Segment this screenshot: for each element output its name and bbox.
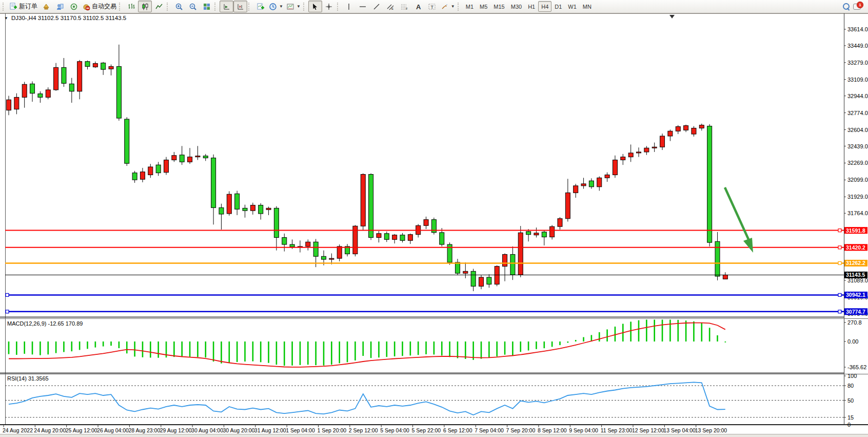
hline-handle[interactable] [838,293,841,296]
timeframe-group: M1M5M15M30H1H4D1W1MN [457,0,595,13]
auto-trading-button[interactable]: 自动交易 [81,1,118,12]
shapes-button[interactable]: ▼ [439,1,457,12]
candle [85,62,90,67]
vertical-line-button[interactable] [342,1,356,12]
trendline-button[interactable] [370,1,384,12]
svg-text:31764.0: 31764.0 [847,210,868,216]
timeframe-m30-button[interactable]: M30 [508,1,525,12]
text-button[interactable]: A [411,1,425,12]
svg-text:32269.0: 32269.0 [847,160,868,166]
hline-handle[interactable] [838,229,841,232]
hline-handle[interactable] [838,261,841,264]
line-chart-button[interactable] [152,1,166,12]
candle [660,136,665,147]
candle [542,232,546,237]
svg-text:32604.0: 32604.0 [847,127,868,133]
chart-window: 33614.033449.033279.033109.032944.032774… [0,13,868,434]
candle [699,125,704,128]
text-label-icon: T [428,3,436,11]
hline-handle[interactable] [838,246,841,249]
timeframe-h4-button[interactable]: H4 [538,1,551,12]
notification-badge: 1 [857,2,863,8]
timeframe-h1-button[interactable]: H1 [525,1,538,12]
layouts-button[interactable] [39,1,53,12]
candle [715,241,720,276]
indicators-button[interactable] [253,1,267,12]
new-order-button[interactable]: 新订单 [8,1,39,12]
candle [188,157,192,162]
candle [274,208,279,237]
profile-button[interactable] [53,1,67,12]
timeframe-mn-button[interactable]: MN [580,1,595,12]
timeframe-d1-button[interactable]: D1 [551,1,565,12]
crosshair-button[interactable] [322,1,336,12]
candle [479,277,484,286]
candlestick-chart-button[interactable] [138,1,152,12]
candle [243,208,247,211]
toolbar-group: EFAT▼ [336,0,457,13]
chart-menu-icon[interactable]: ▼ [4,16,8,21]
equidistant-channel-button[interactable]: E [384,1,398,12]
candle [172,156,176,160]
chart-shift-button[interactable] [233,1,247,12]
search-icon[interactable] [843,3,850,10]
hline-handle[interactable] [838,310,841,313]
toolbar-grip [3,3,6,11]
news-signal-icon [70,3,78,11]
cursor-button[interactable] [308,1,322,12]
zoom-in-button[interactable] [172,1,186,12]
shapes-icon [441,3,449,11]
svg-text:33109.0: 33109.0 [847,77,868,83]
dropdown-caret-icon[interactable]: ▼ [297,4,301,9]
zoom-in-icon [175,3,183,11]
crosshair-icon [325,3,333,11]
candle [7,100,11,110]
templates-button[interactable]: ▼ [285,1,302,12]
periods-button[interactable]: ▼ [267,1,285,12]
candle [203,156,208,158]
hline-handle[interactable] [6,310,9,313]
svg-text:1 Sep 04:00: 1 Sep 04:00 [286,427,315,433]
tile-windows-button[interactable] [200,1,213,12]
svg-text:30 Aug 04:00: 30 Aug 04:00 [191,427,223,433]
timeframe-w1-button[interactable]: W1 [565,1,580,12]
vertical-line-icon [345,3,353,11]
candle [227,194,231,214]
candle [565,193,570,218]
candle [534,233,539,235]
bar-chart-button[interactable] [124,1,138,12]
chart-canvas[interactable]: 33614.033449.033279.033109.032944.032774… [0,13,868,434]
auto-scroll-icon [223,3,231,11]
svg-text:30 Aug 20:00: 30 Aug 20:00 [223,427,254,433]
timeframe-m1-button[interactable]: M1 [463,1,477,12]
notifications-icon[interactable]: 1 [853,3,862,10]
candle [644,148,649,152]
svg-text:31929.0: 31929.0 [847,194,868,200]
dropdown-caret-icon[interactable]: ▼ [279,4,283,9]
candle [510,254,515,275]
svg-text:26 Aug 04:00: 26 Aug 04:00 [97,427,129,433]
candle [156,165,161,173]
horizontal-line-button[interactable] [356,1,370,12]
hline-handle[interactable] [6,293,9,296]
fibonacci-button[interactable]: F [398,1,411,12]
candle [723,275,727,279]
main-toolbar: 新订单自动交易▼▼EFAT▼M1M5M15M30H1H4D1W1MN1 [0,0,868,13]
toolbar-group [166,0,213,13]
svg-text:50: 50 [847,397,854,404]
candle [526,232,531,235]
svg-text:F: F [406,7,408,10]
indicators-icon [257,3,265,11]
candle [392,235,397,240]
dropdown-caret-icon[interactable]: ▼ [451,4,455,9]
zoom-out-button[interactable] [186,1,200,12]
candle [684,126,688,130]
timeframe-m15-button[interactable]: M15 [490,1,507,12]
auto-scroll-button[interactable] [220,1,233,12]
toolbar-grip [303,3,306,11]
timeframe-m5-button[interactable]: M5 [477,1,490,12]
text-label-button[interactable]: T [425,1,439,12]
svg-text:32944.0: 32944.0 [847,93,868,99]
news-signal-button[interactable] [67,1,81,12]
candle [259,205,263,214]
